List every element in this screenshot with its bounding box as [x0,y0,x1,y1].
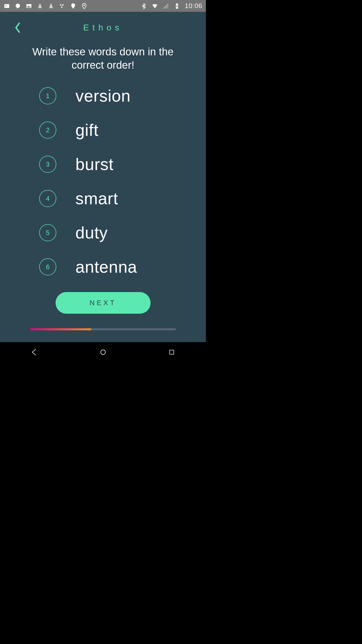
seed-word-number: 4 [39,190,56,207]
top-bar: Ethos [0,12,206,43]
seed-word-row: 4 smart [39,189,206,208]
svg-point-12 [101,350,105,355]
dots-icon [59,3,65,9]
seed-word-row: 1 version [39,86,206,105]
svg-rect-13 [169,350,174,354]
progress-bar [30,328,176,330]
android-nav-bar [0,342,206,362]
download-icon [37,3,43,9]
battery-charging-icon [174,3,180,9]
seed-word-row: 6 antenna [39,257,206,276]
maps-pin-icon [70,3,76,9]
svg-rect-10 [176,3,177,4]
bluetooth-icon [141,3,147,9]
seed-words-list: 1 version 2 gift 3 burst 4 smart 5 duty … [0,86,206,276]
download-icon [48,3,54,9]
seed-word-row: 3 burst [39,155,206,174]
seed-word-number: 5 [39,224,56,241]
chevron-left-icon [14,22,21,33]
chat-bubble-icon [15,3,21,9]
svg-point-8 [83,5,85,6]
svg-point-6 [62,4,64,5]
progress-fill [30,328,92,330]
seed-word-text: burst [75,155,114,174]
seed-word-text: antenna [75,257,137,276]
status-left-icons [4,3,87,9]
instruction-text: Write these words down in the correct or… [0,45,206,72]
back-button[interactable] [10,20,25,35]
seed-word-text: version [75,86,131,105]
seed-word-number: 1 [39,87,56,104]
nav-recent-button[interactable] [165,346,178,358]
next-button[interactable]: NEXT [56,292,151,314]
location-pin-icon [81,3,87,9]
status-time: 10:06 [185,2,202,10]
seed-word-number: 6 [39,258,56,275]
seed-word-row: 2 gift [39,120,206,140]
seed-word-row: 5 duty [39,223,206,242]
seed-word-number: 2 [39,122,56,139]
image-icon [26,3,32,9]
app-title: Ethos [83,23,123,32]
app-screen: Ethos Write these words down in the corr… [0,12,206,342]
no-sim-icon [163,3,169,9]
android-status-bar: 10:06 [0,0,206,12]
status-right-icons: 10:06 [141,2,202,10]
svg-point-5 [60,4,61,5]
nav-home-button[interactable] [97,346,109,358]
seed-word-number: 3 [39,156,56,173]
svg-rect-0 [4,4,9,8]
wifi-icon [152,3,158,9]
seed-word-text: smart [75,189,118,208]
contact-card-icon [4,3,10,9]
seed-word-text: duty [75,223,108,242]
svg-point-2 [16,4,20,8]
seed-word-text: gift [75,120,99,140]
nav-back-button[interactable] [28,346,41,358]
svg-point-1 [6,5,7,6]
svg-point-7 [61,6,62,8]
